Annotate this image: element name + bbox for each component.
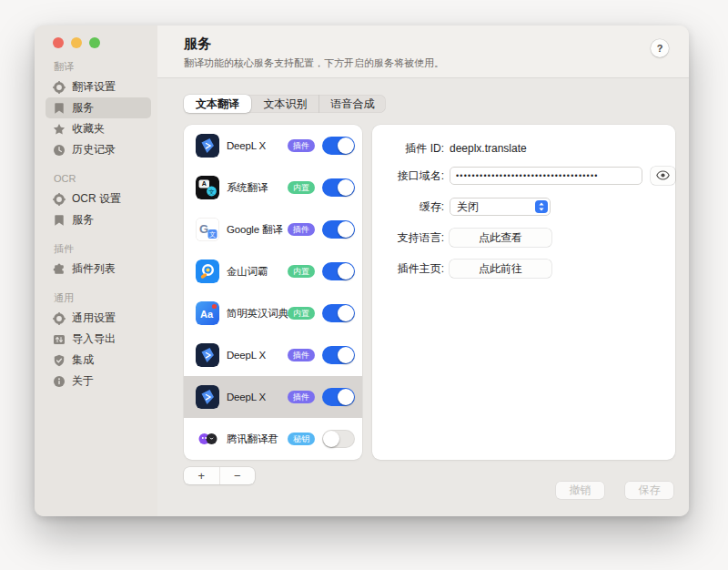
cache-row: 缓存: 关闭 [386, 198, 675, 216]
google-translate-icon: G文 [196, 218, 219, 241]
sidebar-item-label: OCR 设置 [72, 191, 121, 207]
plugin-id-value: deeplx.translate [450, 142, 527, 155]
sidebar-item[interactable]: OCR 设置 [46, 188, 151, 209]
sidebar-item[interactable]: 通用设置 [46, 308, 151, 329]
minimize-window-button[interactable] [71, 37, 82, 48]
service-name: DeepL X [227, 140, 280, 151]
zoom-window-button[interactable] [89, 37, 100, 48]
sidebar-nav: 翻译 翻译设置 服务 收藏夹 历史记录 OCR OCR 设置 服务 插件 插件列… [46, 61, 151, 392]
sidebar-section-title: 翻译 [54, 61, 151, 73]
supported-languages-label: 支持语言: [386, 230, 444, 246]
bookmark-icon [53, 102, 66, 115]
tab-语音合成[interactable]: 语音合成 [318, 95, 386, 113]
sidebar-item[interactable]: 收藏夹 [46, 118, 151, 139]
list-edit-control: + − [184, 467, 255, 484]
service-toggle[interactable] [322, 220, 355, 239]
info-icon [53, 375, 66, 388]
tencent-icon [196, 427, 219, 451]
help-button[interactable]: ? [651, 39, 669, 57]
svg-text:文: 文 [209, 230, 216, 238]
service-toggle[interactable] [322, 304, 355, 322]
svg-text:Aa: Aa [200, 309, 214, 320]
service-name: Google 翻译 [227, 223, 280, 237]
sidebar-item-label: 通用设置 [72, 310, 116, 326]
tab-bar: 文本翻译文本识别语音合成 [184, 95, 386, 113]
save-button[interactable]: 保存 [625, 482, 673, 499]
svg-text:文: 文 [208, 188, 215, 195]
tab-文本识别[interactable]: 文本识别 [251, 95, 318, 113]
service-row[interactable]: DeepL X 插件 [184, 376, 362, 418]
sidebar-item-label: 服务 [72, 100, 94, 116]
service-type-badge: 内置 [288, 307, 315, 320]
sidebar-item-label: 历史记录 [72, 142, 116, 158]
service-toggle[interactable] [322, 137, 355, 155]
gear-icon [53, 81, 66, 94]
service-toggle[interactable] [322, 178, 355, 197]
view-languages-button[interactable]: 点此查看 [450, 229, 551, 247]
bookmark-icon [53, 214, 66, 227]
sidebar-item[interactable]: 服务 [46, 97, 151, 118]
cache-select[interactable]: 关闭 [450, 198, 551, 216]
gear-icon [53, 193, 66, 206]
service-row[interactable]: A文 系统翻译 内置 [184, 167, 362, 209]
deeplx-icon [196, 343, 219, 367]
main-panel: 服务 翻译功能的核心服务支持配置，下方开启的服务将被使用。 ? 文本翻译文本识别… [157, 25, 689, 516]
sidebar: 翻译 翻译设置 服务 收藏夹 历史记录 OCR OCR 设置 服务 插件 插件列… [35, 25, 157, 516]
page-subtitle: 翻译功能的核心服务支持配置，下方开启的服务将被使用。 [184, 56, 689, 70]
service-name: 腾讯翻译君 [227, 433, 280, 446]
service-name: 系统翻译 [227, 181, 280, 195]
eye-icon [656, 168, 670, 184]
api-domain-input[interactable]: •••••••••••••••••••••••••••••••••••• [450, 167, 642, 185]
service-type-badge: 内置 [288, 265, 315, 278]
concise-dict-icon: Aa [196, 301, 219, 325]
service-toggle[interactable] [322, 388, 355, 406]
service-row[interactable]: 腾讯翻译君 秘钥 [184, 418, 362, 460]
service-type-badge: 秘钥 [288, 433, 315, 445]
api-domain-label: 接口域名: [386, 168, 444, 184]
undo-button[interactable]: 撤销 [556, 482, 604, 499]
service-type-badge: 插件 [288, 391, 315, 403]
service-detail-panel: 插件 ID: deeplx.translate 接口域名: ••••••••••… [372, 125, 675, 460]
service-row[interactable]: Aa 简明英汉词典 内置 [184, 292, 362, 334]
service-row[interactable]: 金山词霸 内置 [184, 250, 362, 292]
service-name: DeepL X [227, 392, 280, 402]
tab-文本翻译[interactable]: 文本翻译 [184, 95, 251, 113]
service-row[interactable]: DeepL X 插件 [184, 334, 362, 376]
puzzle-icon [53, 263, 66, 276]
sidebar-item-label: 关于 [72, 373, 94, 389]
page-title: 服务 [184, 36, 689, 53]
sidebar-item-label: 导入导出 [72, 331, 116, 347]
traffic-lights [46, 37, 151, 48]
sidebar-item[interactable]: 插件列表 [46, 259, 151, 280]
remove-service-button[interactable]: − [219, 467, 256, 484]
import-export-icon [53, 333, 66, 346]
sidebar-item[interactable]: 集成 [46, 350, 151, 371]
service-row[interactable]: DeepL X 插件 [184, 125, 362, 167]
sidebar-item[interactable]: 导入导出 [46, 329, 151, 350]
service-row[interactable]: G文 Google 翻译 插件 [184, 209, 362, 250]
service-toggle[interactable] [322, 346, 355, 364]
plugin-homepage-label: 插件主页: [386, 261, 444, 277]
deeplx-icon [196, 134, 219, 158]
open-homepage-button[interactable]: 点此前往 [450, 260, 551, 278]
add-service-button[interactable]: + [184, 467, 219, 484]
sidebar-item-label: 插件列表 [72, 261, 116, 277]
sidebar-item[interactable]: 服务 [46, 209, 151, 230]
cache-label: 缓存: [386, 199, 444, 215]
service-type-badge: 插件 [288, 223, 315, 236]
sidebar-item[interactable]: 历史记录 [46, 139, 151, 160]
service-toggle[interactable] [322, 430, 355, 448]
reveal-secret-button[interactable] [651, 167, 675, 185]
gear-icon [53, 312, 66, 325]
sidebar-item[interactable]: 翻译设置 [46, 76, 151, 97]
sidebar-section-title: 插件 [54, 243, 151, 255]
sidebar-section-title: 通用 [54, 292, 151, 304]
close-window-button[interactable] [53, 37, 64, 48]
plugin-id-label: 插件 ID: [386, 141, 444, 157]
service-toggle[interactable] [322, 262, 355, 280]
sidebar-item-label: 集成 [72, 352, 94, 368]
service-type-badge: 内置 [288, 181, 315, 194]
deeplx-icon [196, 385, 219, 409]
sidebar-item[interactable]: 关于 [46, 371, 151, 392]
chevron-up-down-icon [535, 200, 548, 213]
